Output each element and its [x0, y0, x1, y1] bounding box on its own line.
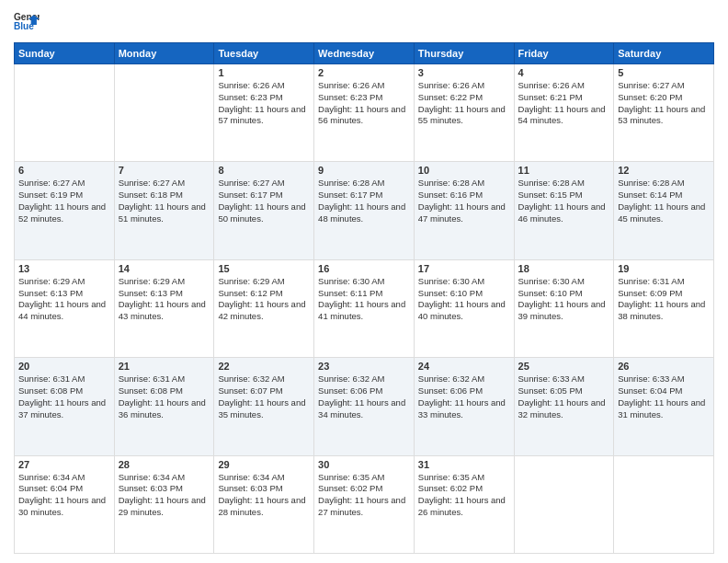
- day-number: 1: [218, 67, 310, 78]
- day-number: 5: [618, 67, 710, 78]
- day-info: Sunrise: 6:35 AM Sunset: 6:02 PM Dayligh…: [318, 472, 410, 519]
- calendar-cell: 27Sunrise: 6:34 AM Sunset: 6:04 PM Dayli…: [15, 455, 115, 553]
- day-info: Sunrise: 6:32 AM Sunset: 6:07 PM Dayligh…: [218, 373, 310, 420]
- page: General Blue SundayMondayTuesdayWednesda…: [0, 0, 728, 563]
- day-number: 21: [119, 361, 210, 372]
- day-number: 16: [318, 263, 410, 274]
- day-number: 9: [318, 165, 410, 176]
- day-number: 30: [318, 459, 410, 470]
- day-number: 28: [119, 459, 210, 470]
- weekday-header-row: SundayMondayTuesdayWednesdayThursdayFrid…: [15, 43, 714, 64]
- day-info: Sunrise: 6:32 AM Sunset: 6:06 PM Dayligh…: [318, 373, 410, 420]
- calendar-cell: 14Sunrise: 6:29 AM Sunset: 6:13 PM Dayli…: [114, 259, 214, 357]
- weekday-header-sunday: Sunday: [15, 43, 115, 64]
- calendar-cell: 17Sunrise: 6:30 AM Sunset: 6:10 PM Dayli…: [414, 259, 514, 357]
- day-info: Sunrise: 6:27 AM Sunset: 6:17 PM Dayligh…: [218, 178, 310, 224]
- calendar-cell: 10Sunrise: 6:28 AM Sunset: 6:16 PM Dayli…: [414, 162, 514, 259]
- weekday-header-friday: Friday: [514, 43, 614, 64]
- day-info: Sunrise: 6:34 AM Sunset: 6:03 PM Dayligh…: [218, 472, 310, 519]
- calendar-cell: 8Sunrise: 6:27 AM Sunset: 6:17 PM Daylig…: [214, 162, 314, 259]
- weekday-header-monday: Monday: [114, 43, 214, 64]
- calendar-week-1: 1Sunrise: 6:26 AM Sunset: 6:23 PM Daylig…: [15, 64, 714, 162]
- day-number: 31: [418, 459, 510, 470]
- day-number: 26: [618, 361, 710, 372]
- calendar-cell: 12Sunrise: 6:28 AM Sunset: 6:14 PM Dayli…: [614, 162, 714, 259]
- day-info: Sunrise: 6:31 AM Sunset: 6:08 PM Dayligh…: [119, 373, 210, 420]
- calendar-cell: [514, 455, 614, 553]
- day-number: 7: [119, 165, 210, 176]
- calendar-cell: 4Sunrise: 6:26 AM Sunset: 6:21 PM Daylig…: [514, 64, 614, 162]
- day-number: 3: [418, 67, 510, 78]
- day-number: 12: [618, 165, 710, 176]
- day-number: 25: [518, 361, 610, 372]
- day-info: Sunrise: 6:28 AM Sunset: 6:15 PM Dayligh…: [518, 178, 610, 224]
- calendar-cell: 23Sunrise: 6:32 AM Sunset: 6:06 PM Dayli…: [314, 358, 415, 455]
- weekday-header-thursday: Thursday: [414, 43, 514, 64]
- logo: General Blue: [14, 9, 40, 35]
- day-number: 23: [318, 361, 410, 372]
- calendar-table: SundayMondayTuesdayWednesdayThursdayFrid…: [14, 42, 714, 554]
- day-number: 27: [18, 459, 110, 470]
- day-info: Sunrise: 6:34 AM Sunset: 6:03 PM Dayligh…: [119, 472, 210, 519]
- calendar-cell: 31Sunrise: 6:35 AM Sunset: 6:02 PM Dayli…: [414, 455, 514, 553]
- calendar-cell: 20Sunrise: 6:31 AM Sunset: 6:08 PM Dayli…: [15, 358, 115, 455]
- day-info: Sunrise: 6:34 AM Sunset: 6:04 PM Dayligh…: [18, 472, 110, 519]
- calendar-cell: 28Sunrise: 6:34 AM Sunset: 6:03 PM Dayli…: [114, 455, 214, 553]
- day-number: 8: [218, 165, 310, 176]
- calendar-cell: 13Sunrise: 6:29 AM Sunset: 6:13 PM Dayli…: [15, 259, 115, 357]
- calendar-cell: 5Sunrise: 6:27 AM Sunset: 6:20 PM Daylig…: [614, 64, 714, 162]
- day-info: Sunrise: 6:26 AM Sunset: 6:21 PM Dayligh…: [518, 80, 610, 127]
- day-info: Sunrise: 6:32 AM Sunset: 6:06 PM Dayligh…: [418, 373, 510, 420]
- calendar-cell: 7Sunrise: 6:27 AM Sunset: 6:18 PM Daylig…: [114, 162, 214, 259]
- day-number: 14: [119, 263, 210, 274]
- calendar-cell: 6Sunrise: 6:27 AM Sunset: 6:19 PM Daylig…: [15, 162, 115, 259]
- day-info: Sunrise: 6:27 AM Sunset: 6:18 PM Dayligh…: [119, 178, 210, 224]
- day-number: 29: [218, 459, 310, 470]
- day-info: Sunrise: 6:28 AM Sunset: 6:16 PM Dayligh…: [418, 178, 510, 224]
- day-number: 10: [418, 165, 510, 176]
- calendar-cell: 16Sunrise: 6:30 AM Sunset: 6:11 PM Dayli…: [314, 259, 415, 357]
- day-info: Sunrise: 6:26 AM Sunset: 6:22 PM Dayligh…: [418, 80, 510, 127]
- day-info: Sunrise: 6:30 AM Sunset: 6:11 PM Dayligh…: [318, 276, 410, 323]
- day-number: 13: [18, 263, 110, 274]
- calendar-cell: 15Sunrise: 6:29 AM Sunset: 6:12 PM Dayli…: [214, 259, 314, 357]
- calendar-week-5: 27Sunrise: 6:34 AM Sunset: 6:04 PM Dayli…: [15, 455, 714, 553]
- calendar-cell: 22Sunrise: 6:32 AM Sunset: 6:07 PM Dayli…: [214, 358, 314, 455]
- calendar-week-4: 20Sunrise: 6:31 AM Sunset: 6:08 PM Dayli…: [15, 358, 714, 455]
- calendar-cell: 3Sunrise: 6:26 AM Sunset: 6:22 PM Daylig…: [414, 64, 514, 162]
- day-number: 4: [518, 67, 610, 78]
- day-info: Sunrise: 6:27 AM Sunset: 6:20 PM Dayligh…: [618, 80, 710, 127]
- day-number: 6: [18, 165, 110, 176]
- day-number: 17: [418, 263, 510, 274]
- calendar-cell: 21Sunrise: 6:31 AM Sunset: 6:08 PM Dayli…: [114, 358, 214, 455]
- calendar-cell: 9Sunrise: 6:28 AM Sunset: 6:17 PM Daylig…: [314, 162, 415, 259]
- day-info: Sunrise: 6:31 AM Sunset: 6:09 PM Dayligh…: [618, 276, 710, 323]
- calendar-cell: 19Sunrise: 6:31 AM Sunset: 6:09 PM Dayli…: [614, 259, 714, 357]
- day-info: Sunrise: 6:28 AM Sunset: 6:14 PM Dayligh…: [618, 178, 710, 224]
- day-info: Sunrise: 6:28 AM Sunset: 6:17 PM Dayligh…: [318, 178, 410, 224]
- calendar-cell: 1Sunrise: 6:26 AM Sunset: 6:23 PM Daylig…: [214, 64, 314, 162]
- calendar-cell: 29Sunrise: 6:34 AM Sunset: 6:03 PM Dayli…: [214, 455, 314, 553]
- day-info: Sunrise: 6:29 AM Sunset: 6:13 PM Dayligh…: [18, 276, 110, 323]
- day-info: Sunrise: 6:33 AM Sunset: 6:05 PM Dayligh…: [518, 373, 610, 420]
- day-info: Sunrise: 6:30 AM Sunset: 6:10 PM Dayligh…: [418, 276, 510, 323]
- calendar-cell: [15, 64, 115, 162]
- calendar-week-3: 13Sunrise: 6:29 AM Sunset: 6:13 PM Dayli…: [15, 259, 714, 357]
- day-info: Sunrise: 6:30 AM Sunset: 6:10 PM Dayligh…: [518, 276, 610, 323]
- day-number: 20: [18, 361, 110, 372]
- day-number: 19: [618, 263, 710, 274]
- calendar-cell: 25Sunrise: 6:33 AM Sunset: 6:05 PM Dayli…: [514, 358, 614, 455]
- calendar-cell: [114, 64, 214, 162]
- weekday-header-tuesday: Tuesday: [214, 43, 314, 64]
- calendar-week-2: 6Sunrise: 6:27 AM Sunset: 6:19 PM Daylig…: [15, 162, 714, 259]
- calendar-cell: 26Sunrise: 6:33 AM Sunset: 6:04 PM Dayli…: [614, 358, 714, 455]
- day-info: Sunrise: 6:31 AM Sunset: 6:08 PM Dayligh…: [18, 373, 110, 420]
- weekday-header-saturday: Saturday: [614, 43, 714, 64]
- day-info: Sunrise: 6:26 AM Sunset: 6:23 PM Dayligh…: [218, 80, 310, 127]
- calendar-cell: 24Sunrise: 6:32 AM Sunset: 6:06 PM Dayli…: [414, 358, 514, 455]
- day-info: Sunrise: 6:29 AM Sunset: 6:12 PM Dayligh…: [218, 276, 310, 323]
- day-info: Sunrise: 6:35 AM Sunset: 6:02 PM Dayligh…: [418, 472, 510, 519]
- day-number: 24: [418, 361, 510, 372]
- calendar-cell: 2Sunrise: 6:26 AM Sunset: 6:23 PM Daylig…: [314, 64, 415, 162]
- day-info: Sunrise: 6:29 AM Sunset: 6:13 PM Dayligh…: [119, 276, 210, 323]
